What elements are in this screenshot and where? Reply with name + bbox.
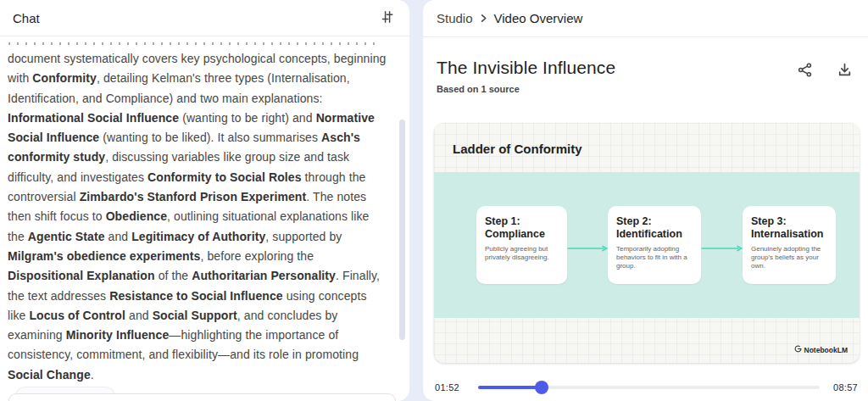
step-card-identification: Step 2: Identification Temporarily adopt… [608,206,701,284]
step-description: Publicly agreeing but privately disagree… [485,245,559,262]
studio-panel: Studio Video Overview The Invisible Infl… [423,0,868,401]
step-card-compliance: Step 1: Compliance Publicly agreeing but… [476,206,567,284]
chat-input-box[interactable] [8,393,396,401]
step-card-internalisation: Step 3: Internalisation Genuinely adopti… [743,206,836,284]
slide-title: Ladder of Conformity [453,142,582,156]
breadcrumb-studio-link[interactable]: Studio [437,11,473,25]
notebooklm-screen: Chat document systematically covers key … [0,0,868,401]
watermark-label: NotebookLM [804,346,848,354]
step-description: Genuinely adopting the group's beliefs a… [751,245,827,270]
chat-message-area: document systematically covers key psych… [0,37,409,401]
chevron-right-icon [479,11,488,26]
download-button[interactable] [835,60,854,82]
video-title: The Invisible Influence [437,58,615,78]
download-icon [837,62,853,81]
current-time-label: 01:52 [435,382,459,393]
step-description: Temporarily adopting behaviors to fit in… [616,245,693,270]
step-heading: Step 3: [751,215,827,228]
seek-slider[interactable] [478,386,820,389]
seek-slider-thumb[interactable] [535,381,548,394]
step-name: Identification [616,228,693,241]
video-preview[interactable]: Ladder of Conformity Step 1: Compliance … [434,123,860,363]
step-name: Compliance [485,228,559,241]
chat-panel: Chat document systematically covers key … [0,0,409,401]
share-icon [797,62,813,81]
step-heading: Step 2: [616,215,693,228]
diagram-band: Step 1: Compliance Publicly agreeing but… [434,172,860,318]
playback-controls: 01:52 08:57 [435,380,858,395]
watermark: NotebookLM [794,345,848,354]
breadcrumb: Studio Video Overview [423,0,868,37]
video-title-row: The Invisible Influence Based on 1 sourc… [423,37,868,94]
source-count-label: Based on 1 source [437,84,615,94]
arrow-right-icon [567,241,608,249]
clipped-text-line [8,42,375,45]
chat-settings-button[interactable] [378,8,397,29]
breadcrumb-current: Video Overview [494,11,583,25]
total-time-label: 08:57 [833,382,858,393]
notebooklm-logo-icon [794,345,802,354]
chat-summary-text: document systematically covers key psych… [8,49,387,385]
chat-scrollbar-thumb[interactable] [399,120,405,340]
share-button[interactable] [795,60,815,82]
chat-title: Chat [13,11,40,25]
arrow-right-icon [701,241,743,249]
chat-header: Chat [0,0,409,36]
step-heading: Step 1: [485,215,559,228]
step-name: Internalisation [751,228,827,241]
tune-sliders-icon [380,9,395,27]
player-progress-fill [478,386,542,389]
